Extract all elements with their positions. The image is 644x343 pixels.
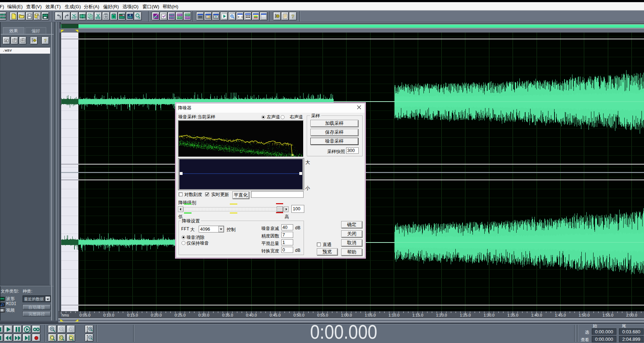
svg-text:?: ? xyxy=(44,38,47,43)
svg-text:0:15: 0:15 xyxy=(238,16,243,19)
svg-text:?: ? xyxy=(291,14,295,19)
